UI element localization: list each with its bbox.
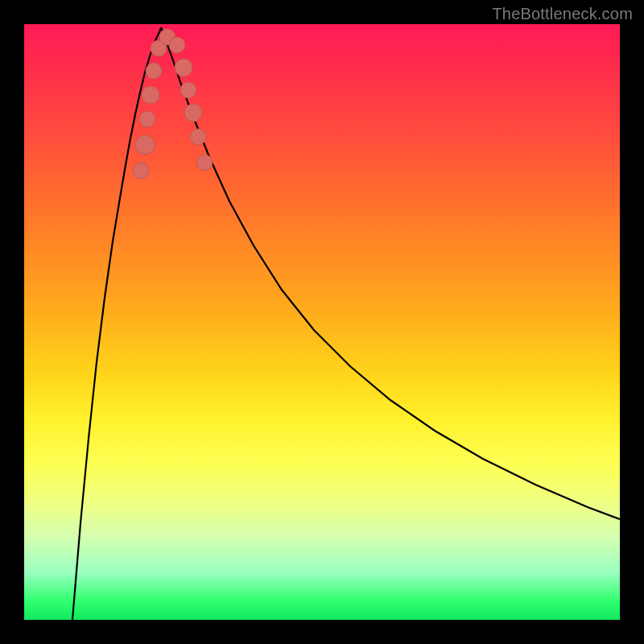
data-dot [184,104,202,122]
data-dot [180,82,196,98]
data-dot [190,129,206,145]
data-dot [142,86,159,104]
watermark-label: TheBottleneck.com [492,5,633,23]
data-dot [139,111,155,127]
data-dot [133,163,149,179]
plot-frame [24,24,620,620]
data-dot [175,59,192,76]
data-dot [196,155,213,171]
data-dot [146,63,162,79]
data-dot [169,37,185,53]
data-dots-layer [24,24,620,620]
data-dot [135,135,155,155]
